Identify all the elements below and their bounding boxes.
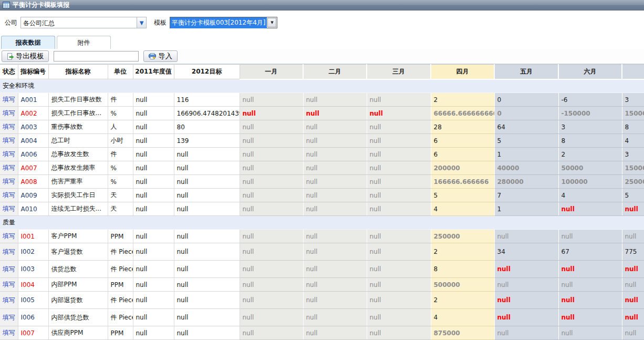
import-file-input[interactable] — [54, 51, 139, 61]
month-value-cell[interactable]: 67 — [558, 243, 622, 261]
month-value-cell[interactable]: 3 — [622, 148, 644, 161]
month-value-cell[interactable]: null — [622, 202, 644, 216]
month-value-cell[interactable]: 8 — [431, 261, 494, 278]
month-value-cell[interactable]: null — [622, 326, 644, 340]
month-value-cell[interactable]: 1 — [494, 202, 558, 216]
month-value-cell[interactable]: null — [494, 278, 558, 292]
month-value-cell[interactable]: 8 — [622, 120, 644, 134]
column-header-month7[interactable] — [622, 65, 644, 79]
month-value-cell[interactable]: 100000 — [558, 175, 622, 189]
month-value-cell[interactable]: null — [367, 175, 431, 189]
month-value-cell[interactable]: null — [367, 93, 431, 107]
month-value-cell[interactable]: null — [494, 292, 558, 309]
month-value-cell[interactable]: 280000 — [494, 175, 558, 189]
month-value-cell[interactable]: null — [367, 107, 431, 120]
month-value-cell[interactable]: null — [622, 261, 644, 278]
column-header-状态[interactable]: 状态 — [0, 65, 18, 79]
column-header-五月[interactable]: 五月 — [494, 65, 558, 79]
month-value-cell[interactable]: null — [622, 309, 644, 326]
dropdown-arrow-icon[interactable]: ▼ — [267, 18, 276, 27]
month-value-cell[interactable]: null — [303, 292, 367, 309]
month-value-cell[interactable]: null — [240, 189, 303, 202]
month-value-cell[interactable]: null — [494, 309, 558, 326]
chevron-down-icon[interactable]: ▼ — [137, 17, 146, 28]
month-value-cell[interactable]: null — [494, 326, 558, 340]
month-value-cell[interactable]: 40000 — [494, 161, 558, 175]
column-header-指标编号[interactable]: 指标编号 — [18, 65, 48, 79]
month-value-cell[interactable]: null — [303, 93, 367, 107]
fill-link[interactable]: 填写 — [3, 178, 15, 185]
column-header-三月[interactable]: 三月 — [367, 65, 431, 79]
month-value-cell[interactable]: null — [558, 230, 622, 243]
month-value-cell[interactable]: 15000 — [622, 161, 644, 175]
month-value-cell[interactable]: null — [240, 278, 303, 292]
month-value-cell[interactable]: null — [303, 230, 367, 243]
export-template-button[interactable]: 导出模板 — [2, 50, 49, 62]
month-value-cell[interactable]: null — [303, 189, 367, 202]
month-value-cell[interactable]: null — [558, 202, 622, 216]
month-value-cell[interactable]: null — [558, 326, 622, 340]
month-value-cell[interactable]: null — [303, 202, 367, 216]
month-value-cell[interactable]: null — [303, 243, 367, 261]
month-value-cell[interactable]: null — [303, 134, 367, 148]
month-value-cell[interactable]: null — [240, 175, 303, 189]
month-value-cell[interactable]: null — [367, 230, 431, 243]
month-value-cell[interactable]: 4 — [622, 134, 644, 148]
month-value-cell[interactable]: 25000 — [622, 175, 644, 189]
month-value-cell[interactable]: 2 — [431, 292, 494, 309]
fill-link[interactable]: 填写 — [3, 281, 15, 288]
fill-link[interactable]: 填写 — [3, 109, 15, 117]
fill-link[interactable]: 填写 — [3, 150, 15, 158]
month-value-cell[interactable]: 6 — [431, 148, 494, 161]
month-value-cell[interactable]: null — [240, 134, 303, 148]
month-value-cell[interactable]: null — [240, 326, 303, 340]
month-value-cell[interactable]: 50000 — [558, 161, 622, 175]
fill-link[interactable]: 填写 — [3, 191, 15, 199]
column-header-一月[interactable]: 一月 — [240, 65, 303, 79]
fill-link[interactable]: 填写 — [3, 314, 15, 321]
month-value-cell[interactable]: null — [494, 230, 558, 243]
month-value-cell[interactable]: 64 — [494, 120, 558, 134]
month-value-cell[interactable]: null — [494, 261, 558, 278]
month-value-cell[interactable]: null — [367, 261, 431, 278]
month-value-cell[interactable]: 2 — [431, 243, 494, 261]
month-value-cell[interactable]: null — [240, 230, 303, 243]
month-value-cell[interactable]: 15000 — [622, 107, 644, 120]
month-value-cell[interactable]: 8 — [558, 134, 622, 148]
month-value-cell[interactable]: null — [240, 261, 303, 278]
month-value-cell[interactable]: 875000 — [431, 326, 494, 340]
fill-link[interactable]: 填写 — [3, 164, 15, 171]
column-header-四月[interactable]: 四月 — [431, 65, 494, 79]
fill-link[interactable]: 填写 — [3, 296, 15, 304]
fill-link[interactable]: 填写 — [3, 96, 15, 103]
month-value-cell[interactable]: null — [367, 326, 431, 340]
fill-link[interactable]: 填写 — [3, 232, 15, 240]
month-value-cell[interactable]: null — [367, 309, 431, 326]
month-value-cell[interactable]: null — [240, 161, 303, 175]
month-value-cell[interactable]: 3 — [622, 93, 644, 107]
month-value-cell[interactable]: null — [558, 278, 622, 292]
month-value-cell[interactable]: 200000 — [431, 161, 494, 175]
month-value-cell[interactable]: 5 — [494, 134, 558, 148]
month-value-cell[interactable]: null — [240, 309, 303, 326]
month-value-cell[interactable]: null — [367, 278, 431, 292]
month-value-cell[interactable]: 500000 — [431, 278, 494, 292]
month-value-cell[interactable]: null — [303, 175, 367, 189]
month-value-cell[interactable]: null — [558, 292, 622, 309]
month-value-cell[interactable]: null — [367, 189, 431, 202]
month-value-cell[interactable]: 34 — [494, 243, 558, 261]
fill-link[interactable]: 填写 — [3, 248, 15, 255]
month-value-cell[interactable]: null — [303, 120, 367, 134]
month-value-cell[interactable]: null — [367, 161, 431, 175]
month-value-cell[interactable]: null — [303, 161, 367, 175]
import-button[interactable]: 导入 — [143, 50, 178, 62]
fill-link[interactable]: 填写 — [3, 137, 15, 144]
month-value-cell[interactable]: null — [303, 326, 367, 340]
month-value-cell[interactable]: 0 — [494, 93, 558, 107]
month-value-cell[interactable]: null — [367, 148, 431, 161]
month-value-cell[interactable]: null — [240, 243, 303, 261]
month-value-cell[interactable]: 1 — [494, 148, 558, 161]
month-value-cell[interactable]: 5 — [431, 189, 494, 202]
company-select[interactable]: 各公司汇总 ▼ — [20, 17, 147, 28]
month-value-cell[interactable]: null — [558, 309, 622, 326]
